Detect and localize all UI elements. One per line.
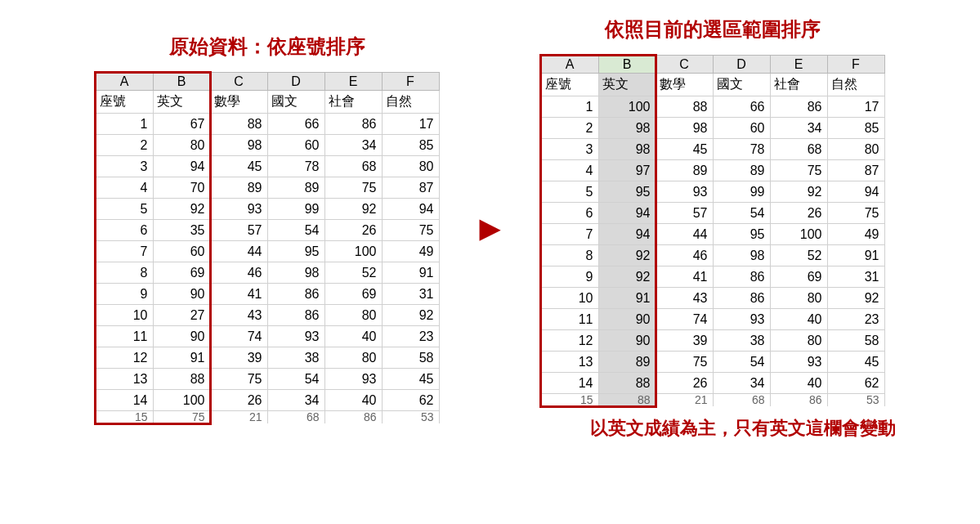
cell[interactable]: 86 <box>267 305 324 326</box>
cell[interactable]: 93 <box>324 369 382 390</box>
cell[interactable]: 40 <box>770 309 827 330</box>
cell[interactable]: 80 <box>382 156 439 177</box>
field-header-cell[interactable]: 社會 <box>770 74 827 96</box>
cell[interactable]: 69 <box>153 262 210 284</box>
cell[interactable]: 6 <box>96 220 153 241</box>
cell[interactable]: 88 <box>598 373 656 394</box>
cell[interactable]: 85 <box>382 135 439 156</box>
cell[interactable]: 86 <box>713 266 770 288</box>
cell[interactable]: 80 <box>770 330 827 352</box>
cell[interactable]: 54 <box>713 203 770 224</box>
col-header-C[interactable]: C <box>656 56 713 74</box>
field-header-cell[interactable]: 數學 <box>656 74 713 96</box>
cell[interactable]: 17 <box>382 114 439 135</box>
cell[interactable]: 75 <box>827 203 884 224</box>
cell[interactable]: 68 <box>713 394 770 406</box>
cell[interactable]: 88 <box>153 369 210 390</box>
cell[interactable]: 45 <box>382 369 439 390</box>
cell[interactable]: 93 <box>267 326 324 347</box>
cell[interactable]: 40 <box>324 390 382 411</box>
field-header-cell[interactable]: 社會 <box>324 91 382 114</box>
cell[interactable]: 86 <box>713 288 770 309</box>
cell[interactable]: 39 <box>210 347 267 369</box>
cell[interactable]: 92 <box>770 181 827 203</box>
cell[interactable]: 11 <box>96 326 153 347</box>
cell[interactable]: 5 <box>541 181 598 203</box>
cell[interactable]: 26 <box>324 220 382 241</box>
cell[interactable]: 4 <box>541 160 598 181</box>
right-spreadsheet[interactable]: A B C D E F 座號英文數學國文社會自然1100886686172989… <box>541 55 885 406</box>
cell[interactable]: 10 <box>541 288 598 309</box>
cell[interactable]: 98 <box>713 245 770 266</box>
cell[interactable]: 92 <box>598 266 656 288</box>
cell[interactable]: 99 <box>713 181 770 203</box>
cell[interactable]: 1 <box>541 96 598 118</box>
cell[interactable]: 23 <box>382 326 439 347</box>
cell[interactable]: 89 <box>656 160 713 181</box>
cell[interactable]: 3 <box>541 139 598 160</box>
cell[interactable]: 95 <box>598 181 656 203</box>
cell[interactable]: 54 <box>267 369 324 390</box>
cell[interactable]: 45 <box>827 352 884 373</box>
cell[interactable]: 94 <box>153 156 210 177</box>
cell[interactable]: 39 <box>656 330 713 352</box>
cell[interactable]: 12 <box>541 330 598 352</box>
cell[interactable]: 80 <box>324 347 382 369</box>
cell[interactable]: 93 <box>713 309 770 330</box>
cell[interactable]: 85 <box>827 118 884 139</box>
cell[interactable]: 67 <box>153 114 210 135</box>
field-header-cell[interactable]: 英文 <box>598 74 656 96</box>
cell[interactable]: 75 <box>770 160 827 181</box>
field-header-cell[interactable]: 自然 <box>827 74 884 96</box>
cell[interactable]: 97 <box>598 160 656 181</box>
cell[interactable]: 1 <box>96 114 153 135</box>
cell[interactable]: 41 <box>210 284 267 305</box>
cell[interactable]: 11 <box>541 309 598 330</box>
cell[interactable]: 26 <box>770 203 827 224</box>
cell[interactable]: 89 <box>598 352 656 373</box>
cell[interactable]: 95 <box>267 241 324 262</box>
cell[interactable]: 95 <box>713 224 770 245</box>
cell[interactable]: 80 <box>153 135 210 156</box>
col-header-A[interactable]: A <box>96 73 153 91</box>
cell[interactable]: 21 <box>210 411 267 423</box>
cell[interactable]: 92 <box>324 199 382 220</box>
cell[interactable]: 88 <box>656 96 713 118</box>
cell[interactable]: 2 <box>96 135 153 156</box>
cell[interactable]: 46 <box>210 262 267 284</box>
cell[interactable]: 80 <box>827 139 884 160</box>
cell[interactable]: 86 <box>770 394 827 406</box>
cell[interactable]: 66 <box>713 96 770 118</box>
cell[interactable]: 93 <box>770 352 827 373</box>
cell[interactable]: 44 <box>210 241 267 262</box>
cell[interactable]: 60 <box>153 241 210 262</box>
cell[interactable]: 8 <box>96 262 153 284</box>
cell[interactable]: 78 <box>267 156 324 177</box>
cell[interactable]: 27 <box>153 305 210 326</box>
cell[interactable]: 91 <box>382 262 439 284</box>
cell[interactable]: 21 <box>656 394 713 406</box>
cell[interactable]: 52 <box>770 245 827 266</box>
cell[interactable]: 58 <box>382 347 439 369</box>
cell[interactable]: 86 <box>267 284 324 305</box>
cell[interactable]: 34 <box>770 118 827 139</box>
cell[interactable]: 62 <box>827 373 884 394</box>
cell[interactable]: 91 <box>598 288 656 309</box>
cell[interactable]: 88 <box>598 394 656 406</box>
cell[interactable]: 34 <box>267 390 324 411</box>
cell[interactable]: 60 <box>267 135 324 156</box>
cell[interactable]: 26 <box>656 373 713 394</box>
cell[interactable]: 93 <box>656 181 713 203</box>
cell[interactable]: 94 <box>382 199 439 220</box>
cell[interactable]: 92 <box>598 245 656 266</box>
cell[interactable]: 60 <box>713 118 770 139</box>
cell[interactable]: 75 <box>153 411 210 423</box>
cell[interactable]: 43 <box>656 288 713 309</box>
col-header-D[interactable]: D <box>713 56 770 74</box>
cell[interactable]: 53 <box>382 411 439 423</box>
col-header-F[interactable]: F <box>382 73 439 91</box>
cell[interactable]: 8 <box>541 245 598 266</box>
cell[interactable]: 99 <box>267 199 324 220</box>
cell[interactable]: 43 <box>210 305 267 326</box>
cell[interactable]: 86 <box>324 411 382 423</box>
